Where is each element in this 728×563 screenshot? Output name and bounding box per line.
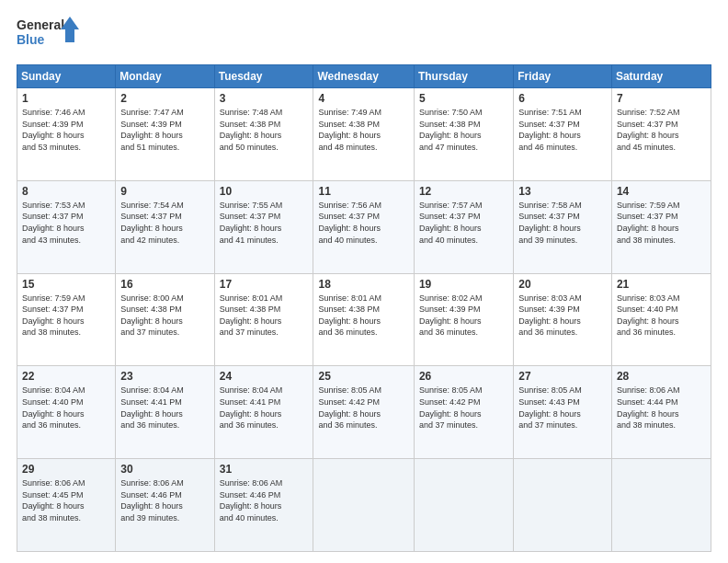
calendar-cell: [313, 459, 414, 552]
day-number: 9: [120, 185, 209, 198]
calendar-cell: [414, 459, 513, 552]
day-number: 21: [617, 278, 706, 291]
calendar-cell: 19Sunrise: 8:02 AM Sunset: 4:39 PM Dayli…: [414, 273, 513, 366]
cell-info: Sunrise: 7:47 AM Sunset: 4:39 PM Dayligh…: [120, 107, 209, 153]
cell-info: Sunrise: 7:59 AM Sunset: 4:37 PM Dayligh…: [22, 293, 110, 339]
cell-info: Sunrise: 7:50 AM Sunset: 4:38 PM Dayligh…: [419, 107, 508, 153]
calendar-cell: 24Sunrise: 8:04 AM Sunset: 4:41 PM Dayli…: [214, 366, 313, 459]
header: General Blue: [17, 15, 711, 55]
day-of-week-header: Saturday: [611, 65, 711, 88]
day-of-week-header: Friday: [514, 65, 612, 88]
day-number: 26: [419, 370, 508, 383]
calendar-cell: [514, 459, 612, 552]
calendar-cell: 7Sunrise: 7:52 AM Sunset: 4:37 PM Daylig…: [611, 88, 711, 181]
calendar-cell: 5Sunrise: 7:50 AM Sunset: 4:38 PM Daylig…: [414, 88, 513, 181]
calendar-cell: 17Sunrise: 8:01 AM Sunset: 4:38 PM Dayli…: [214, 273, 313, 366]
day-number: 13: [518, 185, 607, 198]
cell-info: Sunrise: 8:01 AM Sunset: 4:38 PM Dayligh…: [220, 293, 309, 339]
day-number: 6: [518, 92, 607, 105]
day-number: 24: [220, 370, 309, 383]
calendar-cell: 26Sunrise: 8:05 AM Sunset: 4:42 PM Dayli…: [414, 366, 513, 459]
calendar-cell: 20Sunrise: 8:03 AM Sunset: 4:39 PM Dayli…: [514, 273, 612, 366]
cell-info: Sunrise: 8:05 AM Sunset: 4:43 PM Dayligh…: [518, 385, 607, 431]
day-number: 31: [220, 463, 309, 476]
cell-info: Sunrise: 8:03 AM Sunset: 4:40 PM Dayligh…: [617, 293, 706, 339]
cell-info: Sunrise: 8:04 AM Sunset: 4:40 PM Dayligh…: [22, 385, 110, 431]
day-number: 5: [419, 92, 508, 105]
calendar-cell: 3Sunrise: 7:48 AM Sunset: 4:38 PM Daylig…: [214, 88, 313, 181]
cell-info: Sunrise: 7:54 AM Sunset: 4:37 PM Dayligh…: [120, 200, 209, 246]
calendar-cell: 25Sunrise: 8:05 AM Sunset: 4:42 PM Dayli…: [313, 366, 414, 459]
day-number: 22: [22, 370, 110, 383]
cell-info: Sunrise: 7:48 AM Sunset: 4:38 PM Dayligh…: [220, 107, 309, 153]
day-number: 12: [419, 185, 508, 198]
cell-info: Sunrise: 7:52 AM Sunset: 4:37 PM Dayligh…: [617, 107, 706, 153]
calendar-cell: 31Sunrise: 8:06 AM Sunset: 4:46 PM Dayli…: [214, 459, 313, 552]
day-number: 29: [22, 463, 110, 476]
calendar-cell: 8Sunrise: 7:53 AM Sunset: 4:37 PM Daylig…: [17, 180, 116, 273]
day-number: 16: [120, 278, 209, 291]
cell-info: Sunrise: 8:05 AM Sunset: 4:42 PM Dayligh…: [318, 385, 408, 431]
calendar-cell: 29Sunrise: 8:06 AM Sunset: 4:45 PM Dayli…: [17, 459, 116, 552]
day-number: 15: [22, 278, 110, 291]
calendar-cell: 9Sunrise: 7:54 AM Sunset: 4:37 PM Daylig…: [116, 180, 214, 273]
day-number: 30: [120, 463, 209, 476]
cell-info: Sunrise: 8:06 AM Sunset: 4:46 PM Dayligh…: [120, 477, 209, 523]
cell-info: Sunrise: 7:58 AM Sunset: 4:37 PM Dayligh…: [518, 200, 607, 246]
calendar-cell: 21Sunrise: 8:03 AM Sunset: 4:40 PM Dayli…: [611, 273, 711, 366]
calendar-cell: 16Sunrise: 8:00 AM Sunset: 4:38 PM Dayli…: [116, 273, 214, 366]
logo-svg: General Blue: [17, 15, 81, 55]
calendar-cell: 4Sunrise: 7:49 AM Sunset: 4:38 PM Daylig…: [313, 88, 414, 181]
day-number: 18: [318, 278, 408, 291]
calendar-cell: 23Sunrise: 8:04 AM Sunset: 4:41 PM Dayli…: [116, 366, 214, 459]
day-number: 19: [419, 278, 508, 291]
svg-text:General: General: [17, 17, 64, 32]
cell-info: Sunrise: 8:04 AM Sunset: 4:41 PM Dayligh…: [220, 385, 309, 431]
day-number: 28: [617, 370, 706, 383]
day-number: 11: [318, 185, 408, 198]
calendar-cell: 15Sunrise: 7:59 AM Sunset: 4:37 PM Dayli…: [17, 273, 116, 366]
cell-info: Sunrise: 7:55 AM Sunset: 4:37 PM Dayligh…: [220, 200, 309, 246]
cell-info: Sunrise: 7:49 AM Sunset: 4:38 PM Dayligh…: [318, 107, 408, 153]
day-number: 2: [120, 92, 209, 105]
day-of-week-header: Thursday: [414, 65, 513, 88]
calendar-cell: [611, 459, 711, 552]
calendar-cell: 30Sunrise: 8:06 AM Sunset: 4:46 PM Dayli…: [116, 459, 214, 552]
logo: General Blue: [17, 15, 81, 55]
cell-info: Sunrise: 8:03 AM Sunset: 4:39 PM Dayligh…: [518, 293, 607, 339]
day-number: 17: [220, 278, 309, 291]
day-number: 27: [518, 370, 607, 383]
cell-info: Sunrise: 8:05 AM Sunset: 4:42 PM Dayligh…: [419, 385, 508, 431]
calendar-cell: 13Sunrise: 7:58 AM Sunset: 4:37 PM Dayli…: [514, 180, 612, 273]
cell-info: Sunrise: 8:02 AM Sunset: 4:39 PM Dayligh…: [419, 293, 508, 339]
cell-info: Sunrise: 8:06 AM Sunset: 4:46 PM Dayligh…: [220, 477, 309, 523]
cell-info: Sunrise: 7:56 AM Sunset: 4:37 PM Dayligh…: [318, 200, 408, 246]
calendar-cell: 28Sunrise: 8:06 AM Sunset: 4:44 PM Dayli…: [611, 366, 711, 459]
day-number: 25: [318, 370, 408, 383]
day-number: 3: [220, 92, 309, 105]
cell-info: Sunrise: 7:57 AM Sunset: 4:37 PM Dayligh…: [419, 200, 508, 246]
calendar-cell: 12Sunrise: 7:57 AM Sunset: 4:37 PM Dayli…: [414, 180, 513, 273]
cell-info: Sunrise: 7:51 AM Sunset: 4:37 PM Dayligh…: [518, 107, 607, 153]
day-of-week-header: Tuesday: [214, 65, 313, 88]
day-number: 20: [518, 278, 607, 291]
cell-info: Sunrise: 8:04 AM Sunset: 4:41 PM Dayligh…: [120, 385, 209, 431]
day-number: 10: [220, 185, 309, 198]
day-number: 8: [22, 185, 110, 198]
calendar-cell: 22Sunrise: 8:04 AM Sunset: 4:40 PM Dayli…: [17, 366, 116, 459]
day-of-week-header: Monday: [116, 65, 214, 88]
day-of-week-header: Wednesday: [313, 65, 414, 88]
cell-info: Sunrise: 8:01 AM Sunset: 4:38 PM Dayligh…: [318, 293, 408, 339]
day-number: 14: [617, 185, 706, 198]
calendar-cell: 27Sunrise: 8:05 AM Sunset: 4:43 PM Dayli…: [514, 366, 612, 459]
calendar-cell: 11Sunrise: 7:56 AM Sunset: 4:37 PM Dayli…: [313, 180, 414, 273]
day-number: 23: [120, 370, 209, 383]
calendar-cell: 18Sunrise: 8:01 AM Sunset: 4:38 PM Dayli…: [313, 273, 414, 366]
calendar-cell: 14Sunrise: 7:59 AM Sunset: 4:37 PM Dayli…: [611, 180, 711, 273]
day-number: 1: [22, 92, 110, 105]
day-number: 4: [318, 92, 408, 105]
calendar-cell: 2Sunrise: 7:47 AM Sunset: 4:39 PM Daylig…: [116, 88, 214, 181]
day-of-week-header: Sunday: [17, 65, 116, 88]
calendar-cell: 1Sunrise: 7:46 AM Sunset: 4:39 PM Daylig…: [17, 88, 116, 181]
cell-info: Sunrise: 8:06 AM Sunset: 4:45 PM Dayligh…: [22, 477, 110, 523]
